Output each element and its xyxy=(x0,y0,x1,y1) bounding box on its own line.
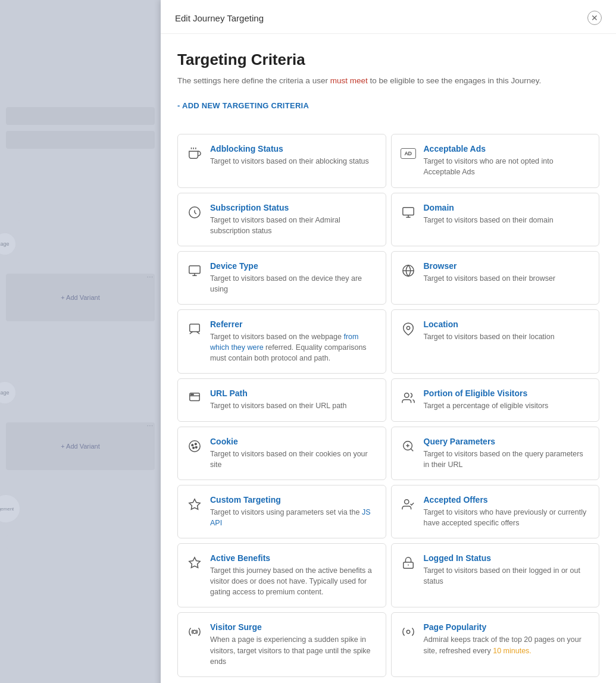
adblocking-status-text: Adblocking Status Target to visitors bas… xyxy=(210,144,369,167)
svg-point-17 xyxy=(192,394,193,396)
criteria-card-accepted-offers[interactable]: Accepted Offers Target to visitors who h… xyxy=(391,485,600,538)
acceptable-ads-icon: AD xyxy=(400,145,417,162)
query-parameters-desc: Target to visitors based on the query pa… xyxy=(424,449,590,470)
svg-point-23 xyxy=(193,447,195,449)
svg-point-19 xyxy=(189,440,200,451)
visitor-surge-icon xyxy=(186,624,203,640)
referrer-name: Referrer xyxy=(210,319,376,329)
criteria-card-active-benefits[interactable]: Active Benefits Target this journey base… xyxy=(177,543,386,607)
location-name: Location xyxy=(424,319,555,329)
criteria-card-acceptable-ads[interactable]: AD Acceptable Ads Target to visitors who… xyxy=(391,134,600,187)
modal-body: Targeting Criteria The settings here def… xyxy=(161,34,616,683)
visitor-surge-text: Visitor Surge When a page is experiencin… xyxy=(210,622,376,666)
criteria-card-query-parameters[interactable]: Query Parameters Target to visitors base… xyxy=(391,427,600,480)
active-benefits-icon xyxy=(186,554,203,571)
active-benefits-desc: Target this journey based on the active … xyxy=(210,565,376,597)
url-path-name: URL Path xyxy=(210,389,347,398)
visitor-surge-desc: When a page is experiencing a sudden spi… xyxy=(210,634,376,666)
svg-point-16 xyxy=(191,394,192,396)
svg-point-28 xyxy=(404,500,408,504)
portion-eligible-name: Portion of Eligible Visitors xyxy=(424,389,549,398)
criteria-card-url-path[interactable]: URL Path Target to visitors based on the… xyxy=(177,378,386,421)
device-type-icon xyxy=(186,262,203,279)
page-popularity-text: Page Popularity Admiral keeps track of t… xyxy=(424,622,590,656)
criteria-card-domain[interactable]: Domain Target to visitors based on their… xyxy=(391,193,600,246)
criteria-card-custom-targeting[interactable]: Custom Targeting Target to visitors usin… xyxy=(177,485,386,538)
url-path-text: URL Path Target to visitors based on the… xyxy=(210,389,347,411)
referrer-desc: Target to visitors based on the webpage … xyxy=(210,331,376,364)
criteria-card-cookie[interactable]: Cookie Target to visitors based on their… xyxy=(177,427,386,480)
bg-dots-2: ··· xyxy=(147,422,154,429)
svg-point-22 xyxy=(195,446,197,448)
bg-add-variant-2[interactable]: + Add Variant xyxy=(61,443,100,450)
svg-point-21 xyxy=(195,443,196,444)
bg-add-variant-1[interactable]: + Add Variant xyxy=(61,294,100,301)
svg-rect-7 xyxy=(189,266,200,274)
cookie-desc: Target to visitors based on their cookie… xyxy=(210,449,376,470)
logged-in-status-icon xyxy=(400,554,417,571)
portion-eligible-desc: Target a percentage of eligible visitors xyxy=(424,400,549,411)
modal-title: Edit Journey Targeting xyxy=(175,13,264,23)
browser-desc: Target to visitors based on their browse… xyxy=(424,273,556,284)
criteria-card-referrer[interactable]: Referrer Target to visitors based on the… xyxy=(177,309,386,374)
svg-point-13 xyxy=(407,326,410,330)
page-title: Targeting Criteria xyxy=(177,51,599,69)
custom-targeting-desc: Target to visitors using parameters set … xyxy=(210,507,376,528)
svg-rect-12 xyxy=(190,324,200,332)
criteria-card-subscription-status[interactable]: Subscription Status Target to visitors b… xyxy=(177,193,386,246)
modal-header: Edit Journey Targeting ✕ xyxy=(161,0,616,34)
criteria-card-visitor-surge[interactable]: Visitor Surge When a page is experiencin… xyxy=(177,612,386,676)
browser-text: Browser Target to visitors based on thei… xyxy=(424,261,556,284)
criteria-card-page-popularity[interactable]: Page Popularity Admiral keeps track of t… xyxy=(391,612,600,676)
svg-point-18 xyxy=(404,393,408,397)
active-benefits-text: Active Benefits Target this journey base… xyxy=(210,553,376,597)
portion-eligible-icon xyxy=(400,390,417,406)
page-subtitle: The settings here define the criteria a … xyxy=(177,75,599,87)
subscription-status-icon xyxy=(186,204,203,221)
location-desc: Target to visitors based on their locati… xyxy=(424,331,555,342)
svg-line-25 xyxy=(411,449,413,451)
domain-desc: Target to visitors based on their domain xyxy=(424,215,554,225)
url-path-desc: Target to visitors based on their URL pa… xyxy=(210,400,347,411)
accepted-offers-name: Accepted Offers xyxy=(424,495,590,505)
page-popularity-icon xyxy=(400,624,417,640)
criteria-card-browser[interactable]: Browser Target to visitors based on thei… xyxy=(391,251,600,305)
accepted-offers-icon xyxy=(400,496,417,513)
bg-label-3: gement xyxy=(0,506,14,512)
accepted-offers-desc: Target to visitors who have previously o… xyxy=(424,507,590,528)
criteria-card-portion-eligible[interactable]: Portion of Eligible Visitors Target a pe… xyxy=(391,378,600,421)
close-button[interactable]: ✕ xyxy=(587,11,602,25)
browser-name: Browser xyxy=(424,261,556,271)
logged-in-status-desc: Target to visitors based on their logged… xyxy=(424,565,590,587)
acceptable-ads-text: Acceptable Ads Target to visitors who ar… xyxy=(424,144,590,177)
bg-label-1: age xyxy=(0,241,9,247)
page-popularity-desc: Admiral keeps track of the top 20 pages … xyxy=(424,634,590,656)
custom-targeting-text: Custom Targeting Target to visitors usin… xyxy=(210,495,376,528)
subscription-status-desc: Target to visitors based on their Admira… xyxy=(210,215,376,236)
query-parameters-text: Query Parameters Target to visitors base… xyxy=(424,437,590,470)
portion-eligible-text: Portion of Eligible Visitors Target a pe… xyxy=(424,389,549,411)
criteria-grid: Adblocking Status Target to visitors bas… xyxy=(177,134,599,677)
criteria-card-logged-in-status[interactable]: Logged In Status Target to visitors base… xyxy=(391,543,600,607)
device-type-name: Device Type xyxy=(210,261,376,271)
visitor-surge-name: Visitor Surge xyxy=(210,622,376,632)
close-icon: ✕ xyxy=(591,13,598,23)
acceptable-ads-name: Acceptable Ads xyxy=(424,144,590,153)
adblocking-status-desc: Target to visitors based on their ablock… xyxy=(210,156,369,167)
logged-in-status-name: Logged In Status xyxy=(424,553,590,563)
subscription-status-name: Subscription Status xyxy=(210,203,376,212)
domain-name: Domain xyxy=(424,203,554,212)
criteria-card-adblocking-status[interactable]: Adblocking Status Target to visitors bas… xyxy=(177,134,386,187)
cookie-icon xyxy=(186,438,203,455)
query-parameters-icon xyxy=(400,438,417,455)
active-benefits-name: Active Benefits xyxy=(210,553,376,563)
adblocking-status-name: Adblocking Status xyxy=(210,144,369,153)
criteria-card-device-type[interactable]: Device Type Target to visitors based on … xyxy=(177,251,386,305)
bg-label-2: age xyxy=(0,390,9,396)
criteria-card-location[interactable]: Location Target to visitors based on the… xyxy=(391,309,600,374)
add-criteria-link[interactable]: - ADD NEW TARGETING CRITERIA xyxy=(177,101,309,110)
device-type-desc: Target to visitors based on the device t… xyxy=(210,273,376,294)
cookie-name: Cookie xyxy=(210,437,376,446)
cookie-text: Cookie Target to visitors based on their… xyxy=(210,437,376,470)
referrer-text: Referrer Target to visitors based on the… xyxy=(210,319,376,364)
